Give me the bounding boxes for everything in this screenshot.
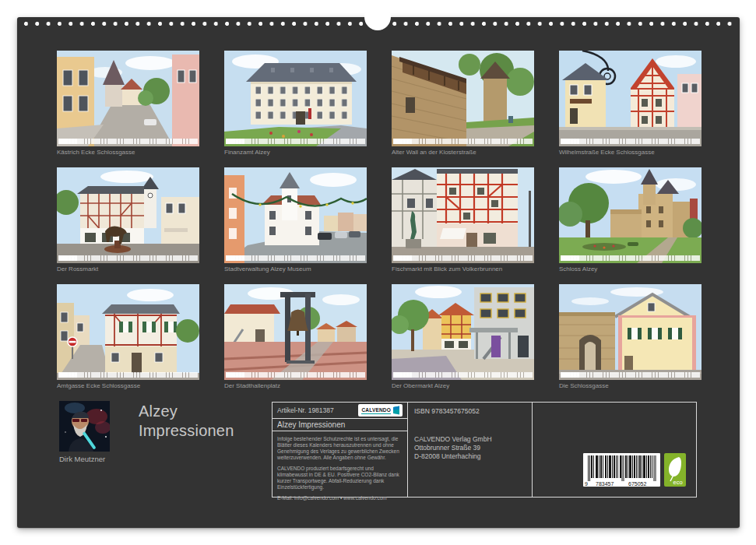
building-illustration	[224, 51, 367, 146]
thumbnail-caption: Fischmarkt mit Blick zum Volkerbrunnen	[392, 265, 534, 273]
info-column-left: Artikel-Nr. 1981387 CALVENDO Alzey Impre…	[273, 403, 407, 497]
hanger-notch	[364, 4, 391, 30]
article-number-row: Artikel-Nr. 1981387 CALVENDO	[273, 403, 407, 419]
thumbnail-stadtverwaltung-alzey-museum: Stadtverwaltung Alzey Museum	[224, 167, 367, 274]
thumbnail-caption: Wilhelmstraße Ecke Schlossgasse	[559, 149, 701, 156]
thumbnail-caption: Stadtverwaltung Alzey Museum	[224, 265, 367, 273]
photo-schloss	[559, 167, 701, 263]
mini-month-strip	[561, 139, 700, 144]
publisher-address: CALVENDO Verlag GmbH Ottobrunner Straße …	[414, 435, 526, 461]
mini-month-strip	[58, 372, 198, 378]
isbn-number: ISBN 9783457675052	[414, 407, 526, 415]
thumbnail-caption: Der Stadthallenplatz	[224, 382, 367, 390]
square-with-modern-building-illustration	[392, 284, 534, 380]
calvendo-logo: CALVENDO	[358, 404, 403, 417]
mini-month-strip	[393, 139, 533, 144]
calvendo-logo-icon	[393, 406, 399, 415]
thumbnail-schloss-alzey: Schloss Alzey	[559, 167, 701, 274]
calvendo-logo-text: CALVENDO	[361, 407, 391, 414]
author-name: Dirk Meutzner	[59, 455, 105, 463]
photo-obermarkt	[392, 284, 534, 380]
thumbnail-obermarkt-alzey: Der Obermarkt Alzey	[392, 284, 534, 391]
publisher-city: D-82008 Unterhaching	[414, 452, 526, 461]
calendar-title: Alzey Impressionen	[139, 402, 234, 441]
photo-finanzamt	[224, 51, 367, 146]
thumbnail-grid: Kästrich Ecke Schlossgasse	[57, 51, 701, 391]
photo-amtgasse	[57, 284, 199, 380]
publisher-name: CALVENDO Verlag GmbH	[414, 435, 526, 444]
photo-alter-wall	[392, 51, 534, 146]
mini-month-strip	[393, 372, 533, 378]
street-scene-illustration	[57, 51, 199, 146]
mini-month-strip	[561, 372, 700, 378]
legal-text: Infolge bestehender Schutzrechte ist es …	[273, 431, 407, 509]
half-timbered-houses-illustration	[559, 51, 701, 146]
mini-month-strip	[226, 372, 365, 378]
author-portrait-image	[59, 401, 110, 452]
mini-month-strip	[226, 139, 365, 144]
eco-label-text: eco	[673, 479, 683, 486]
legal-paragraph-2: CALVENDO produziert bedarfsgerecht und k…	[277, 466, 403, 490]
barcode-digit-group-3: 675052	[628, 481, 646, 487]
contact-line: E-Mail: info@calvendo.com • www.calvendo…	[277, 495, 403, 501]
barcode-digit-group-2: 783457	[596, 481, 614, 487]
calendar-back-cover-sheet: Kästrich Ecke Schlossgasse	[17, 17, 740, 528]
ean-barcode: 9 783457 675052	[583, 453, 660, 487]
thumbnail-caption: Alter Wall an der Klosterstraße	[392, 149, 534, 156]
thumbnail-kaestrich-ecke-schlossgasse: Kästrich Ecke Schlossgasse	[57, 51, 199, 157]
thumbnail-amtgasse-ecke-schlossgasse: Amtgasse Ecke Schlossgasse	[57, 284, 199, 391]
thumbnail-caption: Schloss Alzey	[559, 265, 701, 273]
castle-illustration	[559, 167, 701, 263]
mini-month-strip	[561, 255, 700, 261]
photo-wilhelmstrasse	[559, 51, 701, 146]
publisher-info-box: Artikel-Nr. 1981387 CALVENDO Alzey Impre…	[272, 402, 697, 498]
thumbnail-der-rossmarkt: Der Rossmarkt	[57, 167, 199, 274]
street-corner-illustration	[57, 284, 199, 380]
photo-rossmarkt	[57, 167, 199, 263]
thumbnail-caption: Kästrich Ecke Schlossgasse	[57, 149, 199, 156]
thumbnail-caption: Die Schlossgasse	[559, 382, 701, 390]
gate-and-house-illustration	[559, 284, 701, 380]
market-square-illustration	[57, 167, 199, 263]
article-number: Artikel-Nr. 1981387	[277, 406, 334, 414]
thumbnail-stadthallenplatz: Der Stadthallenplatz	[224, 284, 367, 391]
mini-month-strip	[393, 255, 533, 261]
mini-month-strip	[58, 255, 198, 261]
thumbnail-alter-wall-klosterstrasse: Alter Wall an der Klosterstraße	[392, 51, 534, 157]
thumbnail-die-schlossgasse: Die Schlossgasse	[559, 284, 701, 391]
photo-stadthallenplatz	[224, 284, 367, 380]
barcode-digit-group-1: 9	[585, 481, 588, 487]
mini-month-strip	[226, 255, 365, 261]
legal-paragraph-1: Infolge bestehender Schutzrechte ist es …	[277, 436, 403, 461]
publisher-street: Ottobrunner Straße 39	[414, 444, 526, 452]
thumbnail-caption: Der Rossmarkt	[57, 265, 199, 273]
calendar-title-line1: Alzey	[139, 402, 234, 421]
photo-kaestrich	[57, 51, 199, 146]
thumbnail-wilhelmstrasse-ecke-schlossgasse: Wilhelmstraße Ecke Schlossgasse	[559, 51, 701, 157]
stone-wall-illustration	[392, 51, 534, 146]
bell-monument-illustration	[224, 284, 367, 380]
mini-month-strip	[58, 139, 198, 144]
town-hall-illustration	[224, 167, 367, 263]
photo-stadtverwaltung	[224, 167, 367, 263]
author-portrait	[59, 401, 110, 452]
thumbnail-caption: Amtgasse Ecke Schlossgasse	[57, 382, 199, 390]
thumbnail-caption: Der Obermarkt Alzey	[392, 382, 534, 390]
info-column-middle: ISBN 9783457675052 CALVENDO Verlag GmbH …	[407, 403, 532, 497]
info-box-title: Alzey Impressionen	[273, 419, 407, 431]
photo-schlossgasse	[559, 284, 701, 380]
half-timbered-facade-illustration	[392, 167, 534, 263]
info-column-right: 9 783457 675052 eco	[532, 403, 696, 497]
calendar-title-line2: Impressionen	[139, 421, 234, 441]
photo-fischmarkt	[392, 167, 534, 263]
thumbnail-caption: Finanzamt Alzey	[224, 149, 367, 156]
thumbnail-fischmarkt-volkerbrunnen: Fischmarkt mit Blick zum Volkerbrunnen	[392, 167, 534, 274]
thumbnail-finanzamt-alzey: Finanzamt Alzey	[224, 51, 367, 157]
eco-label: eco	[664, 453, 686, 487]
